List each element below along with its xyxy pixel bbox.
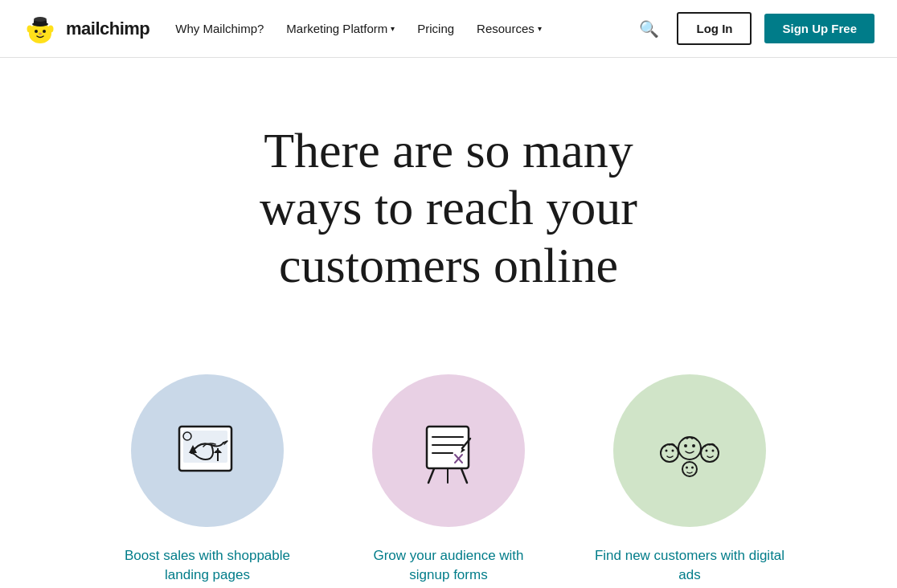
feature-signup-forms: Grow your audience with signup forms xyxy=(352,374,545,585)
nav-links: Why Mailchimp? Marketing Platform ▾ Pric… xyxy=(175,22,541,35)
signup-forms-icon xyxy=(404,406,493,495)
digital-ads-icon xyxy=(645,406,734,495)
svg-point-25 xyxy=(678,437,701,459)
feature-label-digital-ads: Find new customers with digital ads xyxy=(593,546,786,585)
svg-point-27 xyxy=(692,444,695,447)
svg-point-3 xyxy=(48,25,54,32)
svg-point-2 xyxy=(27,25,33,32)
signup-button[interactable]: Sign Up Free xyxy=(764,14,874,43)
svg-point-4 xyxy=(35,30,38,33)
logo-text: mailchimp xyxy=(66,18,150,39)
nav-left: mailchimp Why Mailchimp? Marketing Platf… xyxy=(23,11,542,47)
nav-right: 🔍 Log In Sign Up Free xyxy=(634,12,874,45)
chevron-down-icon: ▾ xyxy=(391,24,395,33)
feature-landing-pages: Boost sales with shoppable landing pages xyxy=(111,374,304,585)
svg-rect-11 xyxy=(183,431,227,463)
svg-point-5 xyxy=(43,30,46,33)
main-nav: mailchimp Why Mailchimp? Marketing Platf… xyxy=(0,0,897,58)
svg-point-35 xyxy=(686,466,688,468)
svg-point-9 xyxy=(39,32,42,35)
svg-point-28 xyxy=(661,444,678,462)
feature-circle-signup-forms xyxy=(372,374,525,527)
search-icon: 🔍 xyxy=(639,20,659,38)
nav-why-mailchimp[interactable]: Why Mailchimp? xyxy=(175,22,264,35)
hero-heading: There are so many ways to reach your cus… xyxy=(207,122,690,294)
feature-digital-ads: Find new customers with digital ads xyxy=(593,374,786,585)
svg-point-36 xyxy=(691,466,694,468)
feature-label-signup-forms: Grow your audience with signup forms xyxy=(352,546,545,585)
feature-circle-digital-ads xyxy=(613,374,766,527)
nav-pricing[interactable]: Pricing xyxy=(417,22,454,35)
logo-icon xyxy=(23,11,58,47)
svg-point-30 xyxy=(672,449,674,451)
features-section: Boost sales with shoppable landing pages xyxy=(0,342,897,588)
search-button[interactable]: 🔍 xyxy=(634,14,664,43)
svg-point-32 xyxy=(706,449,708,451)
feature-label-landing-pages: Boost sales with shoppable landing pages xyxy=(111,546,304,585)
svg-point-34 xyxy=(682,462,697,476)
svg-point-26 xyxy=(684,444,687,447)
landing-pages-icon xyxy=(163,406,252,495)
svg-point-31 xyxy=(701,444,719,462)
svg-point-29 xyxy=(666,449,668,451)
chevron-down-icon: ▾ xyxy=(538,24,542,33)
hero-section: There are so many ways to reach your cus… xyxy=(0,58,897,342)
svg-point-33 xyxy=(712,449,715,451)
logo[interactable]: mailchimp xyxy=(23,11,150,47)
login-button[interactable]: Log In xyxy=(677,12,752,45)
nav-resources[interactable]: Resources ▾ xyxy=(477,22,542,35)
feature-circle-landing-pages xyxy=(131,374,284,527)
nav-marketing-platform[interactable]: Marketing Platform ▾ xyxy=(286,22,395,35)
svg-point-8 xyxy=(34,17,47,22)
